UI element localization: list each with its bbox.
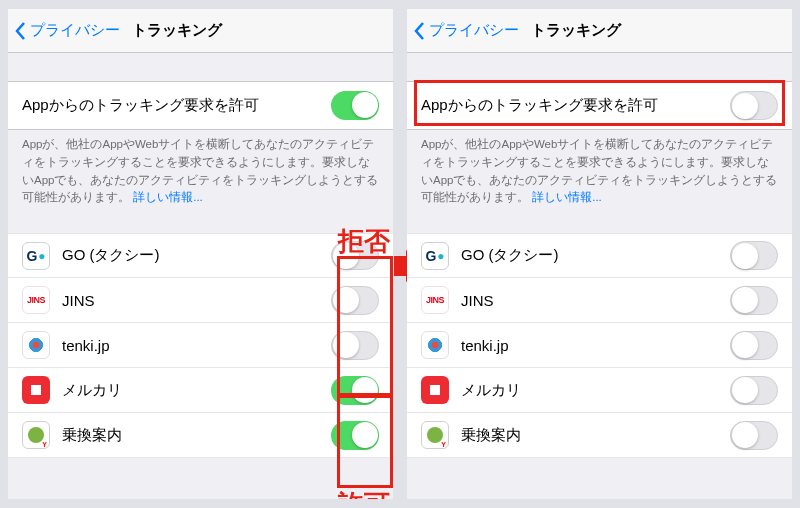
allow-tracking-label: Appからのトラッキング要求を許可: [22, 96, 331, 115]
app-switch-go[interactable]: [331, 241, 379, 270]
section-footer: Appが、他社のAppやWebサイトを横断してあなたのアクティビティをトラッキン…: [8, 130, 393, 207]
app-label: 乗換案内: [461, 426, 730, 445]
master-section: Appからのトラッキング要求を許可 Appが、他社のAppやWebサイトを横断し…: [407, 81, 792, 207]
app-row-norikae[interactable]: 乗換案内: [407, 413, 792, 458]
back-label: プライバシー: [429, 21, 519, 40]
annotation-allow: 許可: [338, 487, 390, 499]
app-row-jins[interactable]: JINSJINS: [8, 278, 393, 323]
app-label: tenki.jp: [461, 337, 730, 354]
app-row-go[interactable]: GO (タクシー): [8, 233, 393, 278]
app-switch-go[interactable]: [730, 241, 778, 270]
mercari-icon: [421, 376, 449, 404]
back-button[interactable]: プライバシー: [14, 21, 120, 41]
norikae-icon: [22, 421, 50, 449]
allow-tracking-switch[interactable]: [331, 91, 379, 120]
page-title: トラッキング: [132, 21, 222, 40]
jins-icon: JINS: [421, 286, 449, 314]
app-row-mercari[interactable]: メルカリ: [8, 368, 393, 413]
app-label: tenki.jp: [62, 337, 331, 354]
app-row-tenki[interactable]: tenki.jp: [8, 323, 393, 368]
tenki-icon: [22, 331, 50, 359]
nav-bar: プライバシー トラッキング: [407, 9, 792, 53]
chevron-left-icon: [413, 21, 425, 41]
go-icon: [22, 242, 50, 270]
app-switch-tenki[interactable]: [331, 331, 379, 360]
app-list: GO (タクシー)JINSJINStenki.jpメルカリ乗換案内: [407, 233, 792, 458]
app-row-jins[interactable]: JINSJINS: [407, 278, 792, 323]
allow-tracking-switch[interactable]: [730, 91, 778, 120]
back-button[interactable]: プライバシー: [413, 21, 519, 41]
app-switch-norikae[interactable]: [331, 421, 379, 450]
allow-tracking-label: Appからのトラッキング要求を許可: [421, 96, 730, 115]
app-label: GO (タクシー): [461, 246, 730, 265]
app-switch-jins[interactable]: [730, 286, 778, 315]
app-label: JINS: [461, 292, 730, 309]
chevron-left-icon: [14, 21, 26, 41]
app-label: メルカリ: [62, 381, 331, 400]
app-switch-mercari[interactable]: [730, 376, 778, 405]
app-switch-norikae[interactable]: [730, 421, 778, 450]
back-label: プライバシー: [30, 21, 120, 40]
left-screen: プライバシー トラッキング Appからのトラッキング要求を許可 Appが、他社の…: [8, 9, 393, 499]
norikae-icon: [421, 421, 449, 449]
app-switch-mercari[interactable]: [331, 376, 379, 405]
right-screen: プライバシー トラッキング Appからのトラッキング要求を許可 Appが、他社の…: [407, 9, 792, 499]
go-icon: [421, 242, 449, 270]
nav-bar: プライバシー トラッキング: [8, 9, 393, 53]
app-switch-tenki[interactable]: [730, 331, 778, 360]
app-row-go[interactable]: GO (タクシー): [407, 233, 792, 278]
app-label: 乗換案内: [62, 426, 331, 445]
allow-tracking-cell[interactable]: Appからのトラッキング要求を許可: [8, 81, 393, 130]
app-label: JINS: [62, 292, 331, 309]
master-section: Appからのトラッキング要求を許可 Appが、他社のAppやWebサイトを横断し…: [8, 81, 393, 207]
tenki-icon: [421, 331, 449, 359]
app-label: GO (タクシー): [62, 246, 331, 265]
app-row-norikae[interactable]: 乗換案内: [8, 413, 393, 458]
mercari-icon: [22, 376, 50, 404]
app-list: GO (タクシー)JINSJINStenki.jpメルカリ乗換案内: [8, 233, 393, 458]
more-info-link[interactable]: 詳しい情報...: [532, 191, 602, 203]
app-row-tenki[interactable]: tenki.jp: [407, 323, 792, 368]
jins-icon: JINS: [22, 286, 50, 314]
page-title: トラッキング: [531, 21, 621, 40]
section-footer: Appが、他社のAppやWebサイトを横断してあなたのアクティビティをトラッキン…: [407, 130, 792, 207]
app-row-mercari[interactable]: メルカリ: [407, 368, 792, 413]
allow-tracking-cell[interactable]: Appからのトラッキング要求を許可: [407, 81, 792, 130]
app-switch-jins[interactable]: [331, 286, 379, 315]
app-label: メルカリ: [461, 381, 730, 400]
more-info-link[interactable]: 詳しい情報...: [133, 191, 203, 203]
